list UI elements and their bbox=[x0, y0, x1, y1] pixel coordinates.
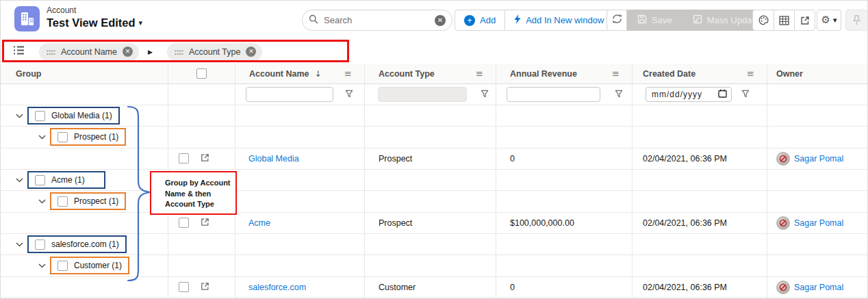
table-row: Prospect (1) bbox=[1, 191, 868, 212]
created-date-value: 02/04/2021, 06:36 PM bbox=[643, 283, 727, 292]
refresh-button[interactable] bbox=[607, 10, 627, 31]
empty-cell bbox=[496, 255, 633, 276]
remove-group-icon[interactable]: ✕ bbox=[123, 47, 133, 57]
created-date-value: 02/04/2021, 06:36 PM bbox=[643, 218, 727, 228]
empty-cell bbox=[168, 105, 235, 127]
empty-cell bbox=[496, 191, 633, 212]
sort-desc-icon: ↓ bbox=[315, 69, 322, 79]
group-header-box: Prospect (1) bbox=[50, 192, 126, 210]
column-header-created-date[interactable]: Created Date ≡ bbox=[633, 64, 767, 84]
empty-cell bbox=[235, 170, 365, 191]
settings-menu-button[interactable]: ⚙ ▾ bbox=[817, 10, 841, 31]
group-checkbox[interactable] bbox=[35, 239, 45, 250]
row-checkbox[interactable] bbox=[179, 282, 189, 292]
empty-cell bbox=[235, 127, 365, 148]
theme-palette-button[interactable] bbox=[753, 10, 774, 30]
open-record-icon[interactable] bbox=[201, 217, 209, 229]
row-checkbox[interactable] bbox=[179, 153, 189, 164]
empty-cell bbox=[235, 191, 365, 212]
owner-link[interactable]: Sagar Pomal bbox=[794, 218, 843, 228]
column-menu-icon[interactable]: ≡ bbox=[476, 68, 483, 79]
account-name-link[interactable]: Global Media bbox=[248, 154, 299, 164]
column-header-group[interactable]: Group bbox=[1, 64, 168, 84]
remove-group-icon[interactable]: ✕ bbox=[246, 47, 256, 57]
gear-icon: ⚙ bbox=[821, 15, 830, 25]
account-type-value: Prospect bbox=[379, 154, 412, 164]
add-button[interactable]: + Add bbox=[455, 10, 505, 30]
empty-cell bbox=[365, 127, 496, 148]
empty-cell bbox=[767, 234, 868, 255]
column-menu-icon[interactable]: ≡ bbox=[344, 68, 352, 79]
avatar bbox=[776, 216, 790, 230]
group-header-box: Acme (1) bbox=[27, 171, 105, 189]
chevron-down-icon[interactable] bbox=[38, 263, 46, 268]
clear-search-icon[interactable]: ✕ bbox=[435, 15, 446, 26]
filter-funnel-icon[interactable] bbox=[741, 88, 750, 101]
group-header-box: Customer (1) bbox=[50, 257, 129, 274]
drag-grip-icon bbox=[175, 46, 183, 58]
empty-cell bbox=[633, 255, 767, 276]
empty-cell bbox=[633, 191, 767, 212]
view-title-menu[interactable]: Test View Edited ▾ bbox=[47, 16, 142, 29]
chevron-down-icon[interactable] bbox=[16, 114, 23, 118]
account-name-filter-input[interactable] bbox=[246, 87, 333, 102]
column-header-annual-revenue[interactable]: Annual Revenue ≡ bbox=[496, 64, 633, 84]
column-menu-icon[interactable]: ≡ bbox=[747, 68, 754, 79]
owner-link[interactable]: Sagar Pomal bbox=[794, 283, 843, 292]
created-date-value: 02/04/2021, 06:36 PM bbox=[643, 154, 727, 164]
data-table: Group Account Name ↓ ≡ Account Type ≡ An… bbox=[1, 64, 868, 298]
chevron-down-icon[interactable] bbox=[16, 178, 23, 183]
account-name-link[interactable]: Acme bbox=[248, 218, 270, 228]
app-header: Account Test View Edited ▾ Search ✕ + Ad… bbox=[1, 1, 867, 40]
group-checkbox[interactable] bbox=[58, 261, 68, 271]
chevron-down-icon[interactable] bbox=[38, 135, 46, 140]
empty-cell bbox=[168, 255, 235, 276]
empty-cell bbox=[1, 213, 168, 234]
group-checkbox[interactable] bbox=[58, 132, 68, 142]
open-record-icon[interactable] bbox=[201, 153, 209, 165]
annual-revenue-value: 0 bbox=[510, 154, 515, 164]
open-record-icon[interactable] bbox=[201, 281, 209, 294]
empty-cell bbox=[235, 255, 365, 276]
annual-revenue-filter-input[interactable] bbox=[507, 87, 600, 102]
column-header-account-type[interactable]: Account Type ≡ bbox=[365, 64, 496, 84]
search-icon bbox=[309, 14, 318, 27]
table-row: salesforce.com (1) bbox=[1, 234, 868, 255]
calendar-icon[interactable] bbox=[718, 88, 727, 101]
table-view-button[interactable] bbox=[774, 10, 794, 30]
empty-cell bbox=[633, 127, 767, 148]
empty-cell bbox=[365, 255, 496, 276]
filter-funnel-icon[interactable] bbox=[345, 88, 353, 101]
lightning-icon bbox=[514, 14, 521, 26]
account-name-link[interactable]: salesforce.com bbox=[248, 283, 306, 292]
filter-funnel-icon[interactable] bbox=[481, 88, 489, 101]
empty-cell bbox=[496, 234, 633, 255]
search-input[interactable]: Search ✕ bbox=[302, 10, 452, 31]
chevron-down-icon[interactable] bbox=[38, 199, 46, 204]
group-checkbox[interactable] bbox=[58, 196, 68, 207]
row-checkbox[interactable] bbox=[179, 218, 189, 228]
salesforce-list-view: Account Test View Edited ▾ Search ✕ + Ad… bbox=[0, 0, 868, 299]
add-in-new-window-button[interactable]: Add In New window bbox=[505, 10, 613, 30]
group-checkbox[interactable] bbox=[35, 175, 45, 185]
group-chip-account-type[interactable]: Account Type ✕ bbox=[167, 43, 263, 61]
group-checkbox[interactable] bbox=[35, 111, 45, 121]
empty-cell bbox=[633, 170, 767, 191]
select-all-checkbox[interactable] bbox=[196, 68, 207, 79]
owner-link[interactable]: Sagar Pomal bbox=[794, 154, 843, 164]
filter-funnel-icon[interactable] bbox=[615, 88, 623, 101]
open-in-new-button[interactable] bbox=[794, 10, 815, 30]
chevron-down-icon[interactable] bbox=[16, 242, 23, 247]
column-header-owner[interactable]: Owner bbox=[767, 64, 868, 84]
empty-cell bbox=[1, 84, 168, 105]
group-chip-account-name[interactable]: Account Name ✕ bbox=[39, 43, 139, 61]
empty-cell bbox=[365, 105, 496, 127]
column-menu-icon[interactable]: ≡ bbox=[612, 68, 620, 79]
empty-cell bbox=[633, 105, 767, 127]
palette-icon bbox=[758, 15, 769, 25]
column-header-account-name[interactable]: Account Name ↓ ≡ bbox=[235, 64, 365, 84]
empty-cell bbox=[767, 127, 868, 148]
annual-revenue-value: 0 bbox=[510, 283, 515, 292]
created-date-filter-input[interactable]: mm/dd/yyyy bbox=[646, 87, 732, 102]
account-object-icon bbox=[14, 6, 40, 31]
